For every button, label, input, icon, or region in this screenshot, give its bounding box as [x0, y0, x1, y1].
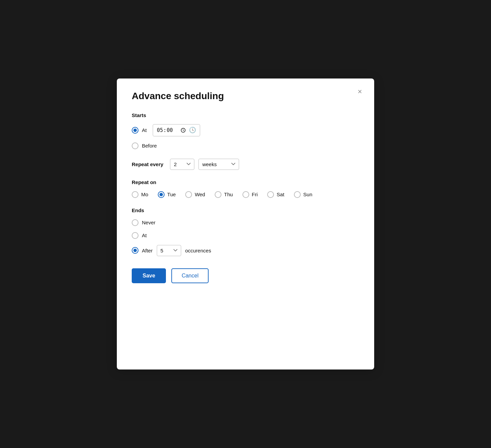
ends-label: Ends	[132, 207, 359, 213]
ends-at-option[interactable]: At	[132, 232, 147, 239]
ends-after-label: After	[142, 248, 153, 253]
starts-before-radio[interactable]	[132, 142, 138, 149]
repeat-on-label: Repeat on	[132, 179, 359, 185]
cancel-button[interactable]: Cancel	[171, 268, 209, 283]
modal-title: Advance scheduling	[132, 91, 359, 102]
starts-section: Starts At 🕓 Before	[132, 112, 359, 149]
repeat-every-unit-select[interactable]: days weeks months years	[198, 159, 239, 170]
ends-at-label: At	[142, 232, 147, 238]
ends-never-radio[interactable]	[132, 219, 138, 226]
day-tue[interactable]: Tue	[158, 191, 176, 198]
starts-label: Starts	[132, 112, 359, 118]
day-tue-radio[interactable]	[158, 191, 165, 198]
ends-at-row: At	[132, 232, 359, 239]
close-button[interactable]: ×	[358, 88, 362, 95]
day-sun[interactable]: Sun	[294, 191, 313, 198]
ends-after-number-select[interactable]: 1 2 3 4 5 6 7 8 9 10	[157, 245, 181, 256]
day-tue-label: Tue	[167, 192, 176, 197]
ends-section: Ends Never At After 1 2 3	[132, 207, 359, 256]
starts-before-option[interactable]: Before	[132, 142, 157, 149]
day-thu-radio[interactable]	[215, 191, 221, 198]
occurrences-label: occurences	[185, 248, 211, 253]
starts-before-label: Before	[142, 143, 157, 149]
day-sat-label: Sat	[277, 192, 284, 197]
starts-time-input[interactable]	[156, 127, 187, 134]
day-fri-radio[interactable]	[242, 191, 249, 198]
day-fri[interactable]: Fri	[242, 191, 258, 198]
ends-at-radio[interactable]	[132, 232, 138, 239]
starts-at-row: At 🕓	[132, 124, 359, 136]
repeat-every-number-select[interactable]: 1 2 3 4 5	[170, 159, 194, 170]
day-sun-radio[interactable]	[294, 191, 301, 198]
day-sat-radio[interactable]	[267, 191, 274, 198]
button-row: Save Cancel	[132, 268, 359, 283]
day-mo-label: Mo	[141, 192, 148, 197]
advance-scheduling-modal: Advance scheduling × Starts At 🕓 Before …	[117, 79, 374, 369]
repeat-on-section: Repeat on Mo Tue Wed Thu Fri	[132, 179, 359, 198]
starts-before-row: Before	[132, 142, 359, 149]
day-thu[interactable]: Thu	[215, 191, 233, 198]
day-wed[interactable]: Wed	[185, 191, 205, 198]
ends-never-option[interactable]: Never	[132, 219, 155, 226]
day-mo[interactable]: Mo	[132, 191, 148, 198]
day-sun-label: Sun	[303, 192, 313, 197]
clock-icon: 🕓	[189, 127, 196, 134]
starts-time-wrapper: 🕓	[153, 124, 200, 136]
ends-never-label: Never	[142, 220, 155, 225]
starts-at-label: At	[142, 127, 147, 133]
ends-never-row: Never	[132, 219, 359, 226]
day-wed-radio[interactable]	[185, 191, 192, 198]
day-wed-label: Wed	[195, 192, 205, 197]
day-thu-label: Thu	[224, 192, 233, 197]
days-row: Mo Tue Wed Thu Fri Sat	[132, 191, 359, 198]
ends-after-row: After 1 2 3 4 5 6 7 8 9 10 occurences	[132, 245, 359, 256]
save-button[interactable]: Save	[132, 268, 166, 283]
day-fri-label: Fri	[252, 192, 258, 197]
repeat-every-row: Repeat every 1 2 3 4 5 days weeks months…	[132, 159, 359, 170]
day-sat[interactable]: Sat	[267, 191, 284, 198]
ends-after-option[interactable]: After	[132, 247, 153, 254]
day-mo-radio[interactable]	[132, 191, 138, 198]
starts-at-radio[interactable]	[132, 127, 138, 134]
ends-after-radio[interactable]	[132, 247, 138, 254]
repeat-every-label: Repeat every	[132, 161, 163, 167]
starts-at-option[interactable]: At	[132, 127, 147, 134]
